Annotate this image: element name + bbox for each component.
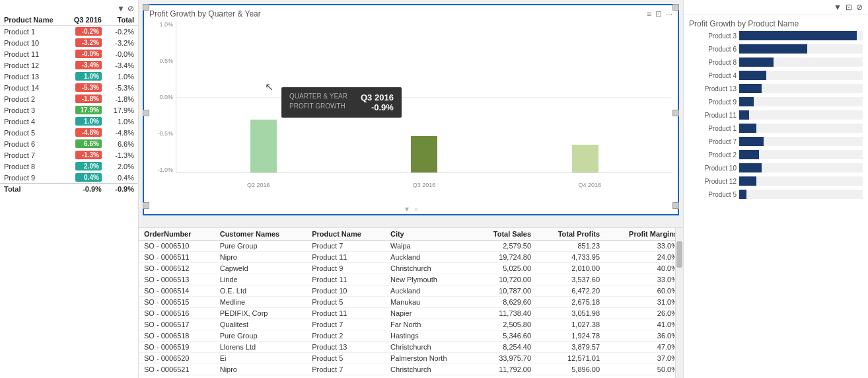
filter-icon[interactable]: ▼ bbox=[117, 4, 125, 13]
resize-handle-mr[interactable] bbox=[672, 110, 679, 116]
q3-cell: 6.6% bbox=[65, 138, 106, 149]
col-sales: Total Sales bbox=[473, 228, 536, 241]
h-bar-label: Product 3 bbox=[689, 32, 737, 40]
h-bar-row: Product 7 bbox=[689, 137, 863, 146]
resize-handle-ml[interactable] bbox=[143, 110, 149, 116]
h-bar-label: Product 11 bbox=[689, 112, 737, 119]
h-bar-label: Product 5 bbox=[689, 191, 737, 198]
right-panel-header: ▼ ⊡ ⊘ bbox=[684, 0, 868, 15]
list-item: SO - 0006518 Pure Group Product 2 Hastin… bbox=[139, 330, 683, 342]
total-label: Total bbox=[0, 184, 65, 195]
circle-icon[interactable]: ○ bbox=[414, 206, 418, 213]
profits-cell: 3,051.98 bbox=[536, 308, 605, 319]
h-bar-row: Product 12 bbox=[689, 176, 863, 186]
customer-cell: Exact Rx, Corp bbox=[215, 375, 307, 379]
chart-overlay: Profit Growth by Quarter & Year ≡ ⊡ ··· … bbox=[139, 0, 683, 167]
chevron-down-icon[interactable]: ▼ bbox=[404, 206, 410, 213]
y-label-2: 0.5% bbox=[159, 57, 173, 64]
table-row: Product 13 1.0% 1.0% bbox=[0, 71, 138, 82]
tooltip-row-2: PROFIT GROWTH -0.9% bbox=[289, 102, 394, 112]
total-cell: 17.9% bbox=[106, 104, 138, 116]
hamburger-icon[interactable]: ≡ bbox=[647, 9, 651, 19]
table-row: Product 11 -0.0% -0.0% bbox=[0, 48, 138, 59]
bar-q2-fill bbox=[250, 120, 277, 172]
tooltip: QUARTER & YEAR Q3 2016 PROFIT GROWTH -0.… bbox=[281, 87, 402, 118]
order-cell: SO - 0006521 bbox=[139, 364, 215, 375]
margin-cell: 31.0% bbox=[605, 297, 683, 308]
right-expand-icon[interactable]: ⊡ bbox=[846, 3, 852, 12]
sales-cell: 8,629.60 bbox=[473, 297, 536, 308]
list-item: SO - 0006520 Ei Product 5 Palmerston Nor… bbox=[139, 353, 683, 364]
h-bar-fill bbox=[739, 137, 764, 146]
list-item: SO - 0006522 Exact Rx, Corp Product 5 Ha… bbox=[139, 375, 683, 379]
margin-cell: 37.0% bbox=[605, 353, 683, 364]
profits-cell: 2,010.00 bbox=[536, 263, 605, 274]
expand-icon[interactable]: ⊡ bbox=[655, 9, 662, 19]
h-bar-fill bbox=[739, 163, 762, 172]
x-labels: Q2 2016 Q3 2016 Q4 2016 bbox=[176, 176, 672, 193]
block-icon[interactable]: ⊘ bbox=[127, 4, 134, 13]
q3-cell: -0.0% bbox=[65, 48, 106, 59]
h-bar-row: Product 2 bbox=[689, 150, 863, 159]
bars-container bbox=[176, 21, 672, 173]
q3-cell: -3.2% bbox=[65, 37, 106, 48]
margin-cell: 26.0% bbox=[605, 308, 683, 319]
product-name-cell: Product 8 bbox=[0, 161, 65, 172]
y-label-1: 1.0% bbox=[159, 21, 173, 28]
city-cell: Auckland bbox=[385, 285, 473, 297]
y-label-3: 0.0% bbox=[159, 94, 173, 100]
list-item: SO - 0006519 Llorens Ltd Product 13 Chri… bbox=[139, 342, 683, 353]
table-row: Product 5 -4.8% -4.8% bbox=[0, 127, 138, 138]
city-cell: Christchurch bbox=[385, 342, 473, 353]
h-bar-fill bbox=[739, 44, 807, 54]
resize-handle-tr[interactable] bbox=[672, 4, 679, 11]
scrollbar-track[interactable] bbox=[675, 228, 683, 378]
table-row: Product 1 -0.2% -0.2% bbox=[0, 26, 138, 38]
profits-cell: 6,472.20 bbox=[536, 285, 605, 297]
col-product-name: Product Name bbox=[0, 15, 65, 26]
h-bar-label: Product 4 bbox=[689, 72, 737, 79]
bottom-handles: ▼ ○ bbox=[404, 206, 418, 213]
h-bar-track bbox=[739, 97, 863, 106]
h-bar-track bbox=[739, 176, 863, 186]
table-row: Product 14 -5.3% -5.3% bbox=[0, 82, 138, 93]
list-item: SO - 0006513 Linde Product 11 New Plymou… bbox=[139, 274, 683, 285]
h-bar-track bbox=[739, 44, 863, 54]
total-cell: -0.0% bbox=[106, 48, 138, 59]
profits-cell: 851.23 bbox=[536, 241, 605, 252]
right-filter-icon[interactable]: ▼ bbox=[834, 3, 842, 12]
resize-handle-br[interactable] bbox=[672, 202, 679, 209]
product-table: Product Name Q3 2016 Total Product 1 -0.… bbox=[0, 15, 138, 194]
product-cell: Product 11 bbox=[307, 308, 385, 319]
order-cell: SO - 0006516 bbox=[139, 308, 215, 319]
left-panel-header: ▼ ⊘ bbox=[0, 3, 138, 15]
customer-cell: Nipro bbox=[215, 252, 307, 263]
order-cell: SO - 0006511 bbox=[139, 252, 215, 263]
q3-cell: -1.3% bbox=[65, 149, 106, 161]
bar-q2 bbox=[250, 21, 277, 172]
scrollbar-thumb[interactable] bbox=[676, 241, 682, 268]
list-item: SO - 0006510 Pure Group Product 7 Waipa … bbox=[139, 241, 683, 252]
h-bar-row: Product 9 bbox=[689, 97, 863, 106]
sales-cell: 2,505.80 bbox=[473, 319, 536, 330]
table-row: Product 2 -1.8% -1.8% bbox=[0, 93, 138, 104]
tooltip-quarter-label: QUARTER & YEAR bbox=[289, 93, 347, 102]
h-bar-label: Product 12 bbox=[689, 178, 737, 185]
h-bar-fill bbox=[739, 84, 762, 93]
product-name-cell: Product 1 bbox=[0, 26, 65, 38]
product-cell: Product 10 bbox=[307, 285, 385, 297]
right-block-icon[interactable]: ⊘ bbox=[856, 3, 863, 12]
dots-icon[interactable]: ··· bbox=[666, 9, 672, 19]
customer-cell: Linde bbox=[215, 274, 307, 285]
resize-handle-tl[interactable] bbox=[143, 4, 149, 11]
sales-cell: 2,579.50 bbox=[473, 241, 536, 252]
bar-chart-area: 1.0% 0.5% 0.0% -0.5% -1.0% bbox=[149, 21, 672, 193]
resize-handle-bl[interactable] bbox=[143, 202, 149, 209]
profits-cell: 4,733.95 bbox=[536, 252, 605, 263]
profits-cell: 12,571.01 bbox=[536, 353, 605, 364]
h-bar-track bbox=[739, 31, 863, 40]
chart-box-header: Profit Growth by Quarter & Year ≡ ⊡ ··· bbox=[149, 9, 672, 19]
customer-cell: Medline bbox=[215, 297, 307, 308]
h-bar-label: Product 7 bbox=[689, 138, 737, 145]
sales-cell: 5,346.60 bbox=[473, 330, 536, 342]
